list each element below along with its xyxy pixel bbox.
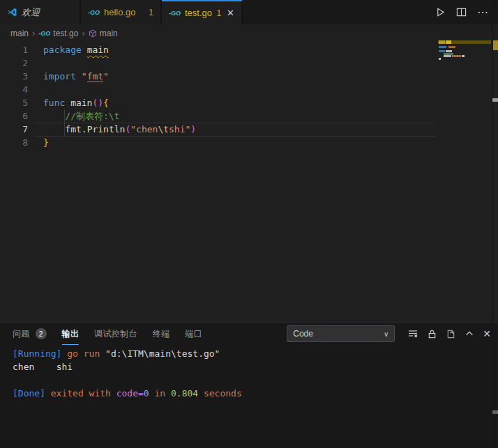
line-number[interactable]: 1 — [0, 43, 28, 56]
close-tab-icon[interactable]: ✕ — [227, 8, 234, 18]
tab-problem-badge: 1 — [149, 8, 153, 17]
code-line[interactable]: 7 fmt.Println("chen\tshi") — [0, 123, 498, 136]
open-output-in-editor-icon[interactable] — [446, 329, 456, 339]
output-line — [13, 373, 498, 387]
panel-actions: Code ∨ ✕ — [287, 325, 491, 342]
output-channel-select[interactable]: Code ∨ — [287, 325, 395, 342]
problems-count-badge: 2 — [36, 328, 47, 339]
breadcrumb-separator: › — [82, 28, 84, 38]
minimap-code-segment — [444, 55, 451, 57]
breadcrumb-folder[interactable]: main — [10, 29, 29, 38]
tab-bar-empty-space — [243, 0, 425, 24]
minimap-code-segment — [462, 55, 465, 57]
close-panel-icon[interactable]: ✕ — [483, 328, 491, 339]
output-console: [Running] go run "d:\ITM\main\test.go"ch… — [0, 345, 498, 448]
code-line[interactable]: 3import "fmt" — [0, 70, 498, 83]
code-line[interactable]: 2 — [0, 56, 498, 70]
tab-label: 欢迎 — [22, 6, 40, 19]
minimap-code-segment — [446, 40, 451, 44]
breadcrumb-separator: › — [32, 28, 35, 38]
more-actions-icon[interactable]: ⋯ — [477, 6, 488, 19]
breadcrumb-symbol[interactable]: main — [89, 29, 118, 38]
clear-output-icon[interactable] — [407, 328, 418, 339]
minimap[interactable] — [438, 40, 491, 105]
tab-label: hello.go — [104, 7, 136, 17]
code-line[interactable]: 6 //制表符:\t — [0, 109, 498, 123]
go-file-icon: -GO — [169, 10, 181, 17]
line-number[interactable]: 6 — [0, 109, 28, 123]
breadcrumb: main › -GO test.go › main — [0, 24, 498, 42]
output-line: chen shi — [13, 360, 498, 373]
editor-actions: ⋯ — [425, 0, 498, 24]
panel-header: 问题 2 输出 调试控制台 终端 端口 Code ∨ — [0, 323, 498, 345]
code-lines: 1package main23import "fmt"45func main()… — [0, 42, 498, 149]
minimap-code-segment — [452, 55, 461, 57]
line-number[interactable]: 4 — [0, 83, 28, 96]
minimap-code-segment — [439, 46, 446, 48]
editor-tab-bar: 欢迎 -GO hello.go 1 -GO test.go 1 ✕ ⋯ — [0, 0, 498, 24]
minimap-code-segment — [446, 50, 452, 52]
panel-tab-ports[interactable]: 端口 — [185, 323, 202, 345]
maximize-panel-icon[interactable] — [465, 329, 474, 339]
tab-welcome[interactable]: 欢迎 — [0, 0, 81, 24]
line-number[interactable]: 3 — [0, 70, 28, 83]
line-number[interactable]: 8 — [0, 136, 28, 149]
minimap-code-segment — [439, 50, 445, 52]
tab-label: test.go — [185, 8, 212, 18]
code-line[interactable]: 4 — [0, 83, 498, 96]
panel-tab-terminal[interactable]: 终端 — [153, 323, 170, 345]
tab-hello-go[interactable]: -GO hello.go 1 — [81, 0, 162, 24]
overview-ruler-warning-marker — [493, 40, 498, 50]
line-number[interactable]: 5 — [0, 96, 28, 109]
panel-tabs: 问题 2 输出 调试控制台 终端 端口 — [13, 323, 202, 345]
panel-tab-output[interactable]: 输出 — [62, 323, 80, 345]
code-line[interactable]: 5func main(){ — [0, 96, 498, 109]
tab-problem-badge: 1 — [216, 8, 221, 18]
line-number[interactable]: 2 — [0, 56, 28, 70]
vscode-logo-icon — [7, 7, 17, 17]
code-editor[interactable]: 1package main23import "fmt"45func main()… — [0, 42, 498, 322]
split-editor-icon[interactable] — [456, 7, 467, 17]
minimap-code-segment — [439, 58, 441, 60]
go-file-icon: -GO — [38, 30, 50, 37]
line-number[interactable]: 7 — [0, 123, 28, 136]
output-line: [Done] exited with code=0 in 0.804 secon… — [13, 387, 498, 400]
panel-tab-debug-console[interactable]: 调试控制台 — [94, 323, 137, 345]
overview-ruler-cursor-marker[interactable] — [492, 98, 498, 102]
lock-icon[interactable] — [427, 329, 437, 339]
bottom-panel: 问题 2 输出 调试控制台 终端 端口 Code ∨ — [0, 322, 498, 448]
panel-tab-problems[interactable]: 问题 2 — [13, 323, 47, 345]
code-line[interactable]: 8} — [0, 136, 498, 149]
symbol-package-icon — [89, 29, 97, 38]
output-line: [Running] go run "d:\ITM\main\test.go" — [13, 347, 498, 360]
breadcrumb-file[interactable]: -GO test.go — [38, 29, 78, 38]
chevron-down-icon: ∨ — [384, 330, 388, 338]
minimap-code-segment — [439, 40, 445, 44]
scrollbar-border — [492, 0, 492, 448]
go-file-icon: -GO — [88, 9, 100, 16]
tab-test-go[interactable]: -GO test.go 1 ✕ — [162, 0, 243, 24]
minimap-code-segment — [448, 46, 455, 48]
panel-scrollbar-marker[interactable] — [492, 410, 498, 414]
code-line[interactable]: 1package main — [0, 43, 498, 56]
run-icon[interactable] — [435, 7, 446, 17]
